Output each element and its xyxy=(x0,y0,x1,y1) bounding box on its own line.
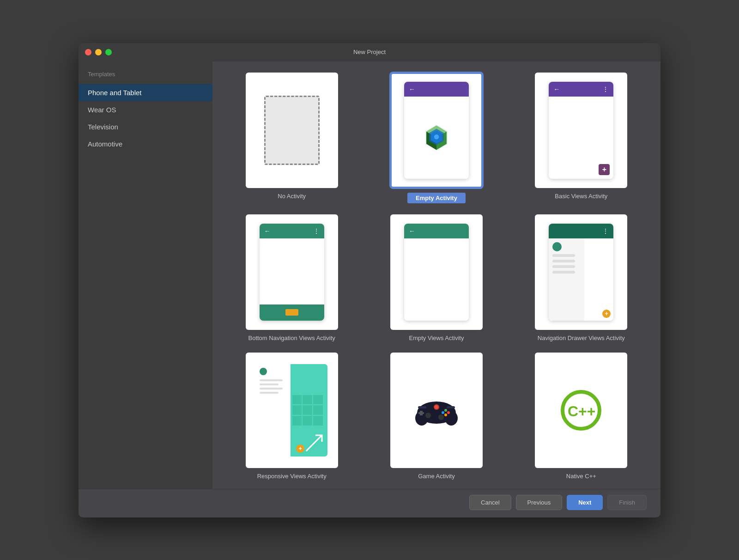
basic-back-icon: ← xyxy=(553,85,560,93)
cell-7 xyxy=(292,416,302,426)
responsive-avatar xyxy=(260,368,267,375)
content-area: Templates Phone and Tablet Wear OS Telev… xyxy=(79,61,660,489)
svg-point-17 xyxy=(447,411,450,414)
bottom-nav-toolbar: ← ⋮ xyxy=(260,224,324,238)
empty-activity-toolbar: ← xyxy=(404,82,469,97)
svg-point-21 xyxy=(435,405,438,409)
previous-button[interactable]: Previous xyxy=(516,495,563,510)
maximize-button[interactable] xyxy=(105,49,112,55)
drawer-line-2 xyxy=(552,260,575,262)
basic-views-preview: ← ⋮ + xyxy=(535,73,627,188)
empty-views-mockup: ← xyxy=(404,224,469,321)
drawer-main: + xyxy=(584,238,613,321)
back-arrow-icon: ← xyxy=(409,85,415,93)
resp-line-2 xyxy=(260,383,279,385)
chart-grid xyxy=(292,395,323,426)
svg-point-16 xyxy=(444,409,447,412)
template-empty-activity[interactable]: ← xyxy=(371,73,502,203)
template-basic-views[interactable]: ← ⋮ + Basic Views Activity xyxy=(516,73,647,203)
bottom-menu-icon: ⋮ xyxy=(313,227,320,235)
cancel-button[interactable]: Cancel xyxy=(469,495,511,510)
finish-button[interactable]: Finish xyxy=(607,495,647,510)
cpp-preview: C++ xyxy=(535,353,627,468)
empty-activity-body xyxy=(404,97,469,179)
basic-views-toolbar: ← ⋮ xyxy=(549,82,613,97)
nav-drawer-body: + xyxy=(549,238,613,321)
cell-1 xyxy=(292,395,302,405)
window-title: New Project xyxy=(353,49,386,55)
sidebar: Templates Phone and Tablet Wear OS Telev… xyxy=(79,61,212,489)
svg-rect-15 xyxy=(418,412,424,414)
basic-menu-icon: ⋮ xyxy=(602,85,609,93)
next-button[interactable]: Next xyxy=(567,495,603,510)
titlebar: New Project xyxy=(79,43,660,61)
empty-activity-label: Empty Activity xyxy=(407,193,466,203)
bottom-nav-bar xyxy=(260,304,324,321)
sidebar-item-wear-os[interactable]: Wear OS xyxy=(79,101,212,118)
drawer-line-1 xyxy=(552,254,575,257)
cpp-label: Native C++ xyxy=(566,473,596,480)
new-project-window: New Project Templates Phone and Tablet W… xyxy=(79,43,660,517)
minimize-button[interactable] xyxy=(95,49,102,55)
template-game-activity[interactable]: Game Activity xyxy=(371,353,502,480)
bottom-nav-body xyxy=(260,238,324,304)
svg-text:C++: C++ xyxy=(568,403,595,420)
android-logo-icon xyxy=(420,122,453,154)
bottom-back-icon: ← xyxy=(264,227,271,235)
sidebar-item-phone-tablet[interactable]: Phone and Tablet xyxy=(79,84,212,101)
basic-views-label: Basic Views Activity xyxy=(555,193,607,200)
svg-point-19 xyxy=(444,414,447,416)
bottom-nav-mockup: ← ⋮ xyxy=(260,224,324,321)
empty-activity-preview: ← xyxy=(390,73,483,188)
template-responsive-views[interactable]: + Responsive Views Activity xyxy=(226,353,357,480)
bottom-nav-item xyxy=(285,309,298,316)
nav-drawer-mockup: ⋮ + xyxy=(549,224,613,321)
cell-4 xyxy=(292,405,302,415)
close-button[interactable] xyxy=(85,49,91,55)
resp-line-4 xyxy=(260,392,279,394)
cell-5 xyxy=(303,405,312,415)
basic-views-body: + xyxy=(549,97,613,179)
diagonal-arrow-icon xyxy=(305,433,324,452)
svg-point-22 xyxy=(425,413,431,418)
nav-drawer-toolbar: ⋮ xyxy=(549,224,613,238)
footer: Cancel Previous Next Finish xyxy=(79,489,660,517)
svg-rect-24 xyxy=(418,406,426,408)
cell-9 xyxy=(313,416,323,426)
responsive-left-panel xyxy=(256,364,290,457)
cell-8 xyxy=(303,416,312,426)
drawer-avatar xyxy=(552,242,562,251)
svg-rect-25 xyxy=(447,406,455,408)
game-mockup xyxy=(400,364,472,457)
resp-line-3 xyxy=(260,388,283,390)
svg-point-9 xyxy=(434,134,439,140)
empty-views-toolbar: ← xyxy=(404,224,469,238)
game-preview xyxy=(390,353,483,468)
bottom-nav-preview: ← ⋮ xyxy=(246,214,338,330)
template-no-activity[interactable]: No Activity xyxy=(226,73,357,203)
sidebar-item-automotive[interactable]: Automotive xyxy=(79,135,212,152)
drawer-fab-icon: + xyxy=(602,310,611,318)
responsive-preview: + xyxy=(246,353,338,468)
empty-views-label: Empty Views Activity xyxy=(409,335,464,341)
resp-line-1 xyxy=(260,379,283,381)
template-nav-drawer[interactable]: ⋮ + xyxy=(516,214,647,341)
template-empty-views[interactable]: ← Empty Views Activity xyxy=(371,214,502,341)
empty-views-back-icon: ← xyxy=(409,227,415,235)
sidebar-item-television[interactable]: Television xyxy=(79,118,212,135)
cell-3 xyxy=(313,395,323,405)
empty-views-body xyxy=(404,238,469,321)
cell-2 xyxy=(303,395,312,405)
game-label: Game Activity xyxy=(418,473,454,480)
traffic-lights xyxy=(85,49,112,55)
bottom-nav-label: Bottom Navigation Views Activity xyxy=(248,335,335,341)
cell-6 xyxy=(313,405,323,415)
drawer-panel xyxy=(549,238,584,321)
template-native-cpp[interactable]: C++ Native C++ xyxy=(516,353,647,480)
basic-fab-icon: + xyxy=(599,164,610,175)
template-bottom-nav[interactable]: ← ⋮ Bottom Navigation Views Activity xyxy=(226,214,357,341)
responsive-mockup: + xyxy=(256,364,327,457)
templates-grid: No Activity ← xyxy=(226,73,647,480)
basic-views-mockup: ← ⋮ + xyxy=(549,82,613,179)
svg-point-23 xyxy=(438,414,444,420)
